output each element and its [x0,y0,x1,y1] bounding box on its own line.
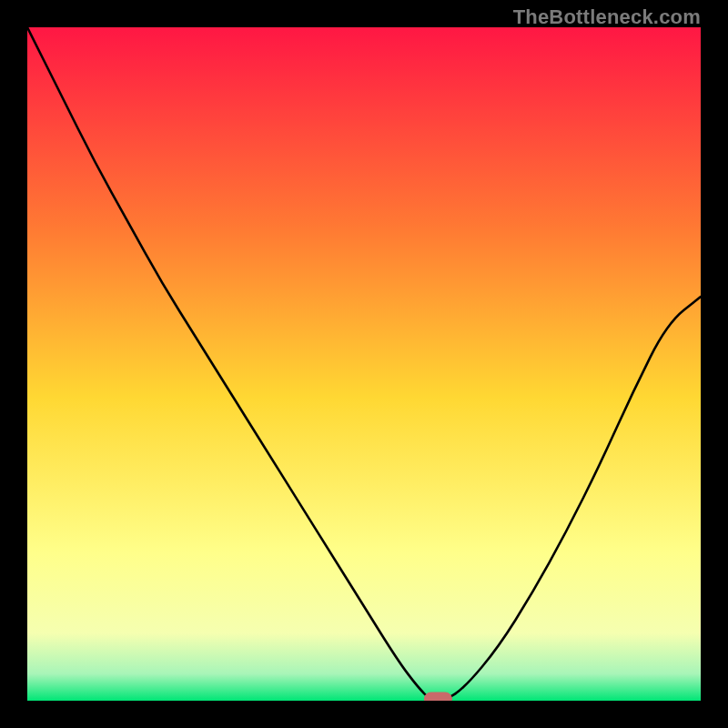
chart-frame: TheBottleneck.com [0,0,728,728]
attribution-label: TheBottleneck.com [513,5,701,29]
bottleneck-chart [27,27,701,701]
optimum-marker [424,693,451,701]
plot-area [27,27,701,701]
gradient-background [27,27,701,701]
